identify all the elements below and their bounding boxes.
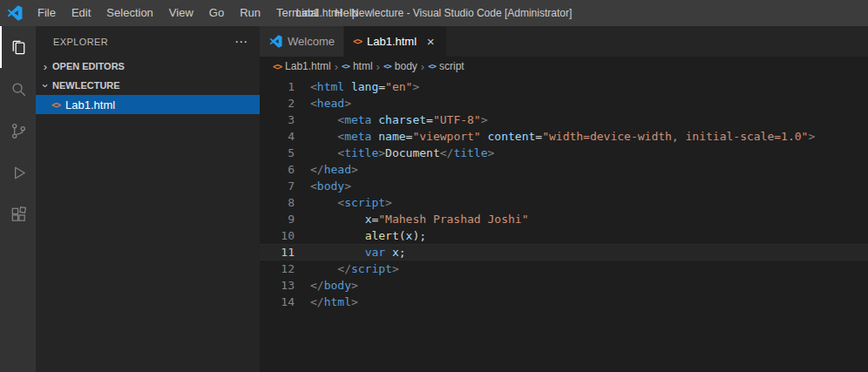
code-line-4[interactable]: 4 <meta name="viewport" content="width=d…	[260, 128, 868, 145]
code-line-7[interactable]: 7<body>	[260, 178, 868, 194]
breadcrumb-item-html[interactable]: <>html	[342, 60, 373, 72]
line-number: 10	[260, 227, 295, 244]
code-line-3[interactable]: 3 <meta charset="UTF-8">	[260, 112, 868, 128]
breadcrumb-item-script[interactable]: <>script	[428, 60, 465, 72]
code-line-1[interactable]: 1<html lang="en">	[260, 78, 868, 95]
menu-help[interactable]: Help	[327, 0, 366, 26]
line-content: </html>	[295, 294, 358, 310]
line-number: 4	[260, 128, 295, 145]
line-number: 11	[260, 244, 295, 260]
code-line-12[interactable]: 12 </script>	[260, 260, 868, 277]
activity-item-run-debug[interactable]	[0, 152, 36, 193]
code-area[interactable]: 1<html lang="en">2<head>3 <meta charset=…	[260, 76, 868, 372]
line-number: 12	[260, 260, 295, 277]
line-number: 6	[260, 161, 295, 178]
files-icon	[9, 37, 29, 57]
line-number: 14	[260, 294, 295, 310]
line-number: 9	[260, 211, 295, 227]
breadcrumb-label: html	[353, 60, 373, 72]
line-content: <html lang="en">	[295, 78, 419, 95]
code-line-11[interactable]: 11 var x;	[260, 244, 868, 260]
line-content: var x;	[295, 244, 406, 260]
code-line-14[interactable]: 14</html>	[260, 294, 868, 310]
breadcrumb: <>Lab1.html›<>html›<>body›<>script	[260, 57, 868, 76]
search-icon	[9, 79, 29, 99]
breadcrumb-item-lab1-html[interactable]: <>Lab1.html	[273, 60, 331, 72]
symbol-icon: <>	[428, 62, 436, 71]
breadcrumb-item-body[interactable]: <>body	[383, 60, 417, 72]
menu-terminal[interactable]: Terminal	[268, 0, 327, 26]
activity-item-search[interactable]	[0, 68, 36, 110]
run-debug-icon	[9, 163, 29, 183]
line-number: 13	[260, 277, 295, 294]
line-content: x="Mahesh Prashad Joshi"	[295, 211, 528, 227]
line-content: </script>	[295, 260, 399, 277]
tab-label: Lab1.html	[367, 35, 417, 48]
tab-welcome[interactable]: Welcome	[260, 26, 344, 57]
breadcrumb-separator-icon: ›	[331, 60, 342, 73]
line-content: <body>	[295, 178, 351, 194]
line-content: <head>	[295, 95, 351, 112]
activity-item-source-control[interactable]	[0, 110, 36, 152]
vscode-logo-icon	[7, 5, 23, 21]
editor-group: Welcome <> Lab1.html × <>Lab1.html›<>htm…	[260, 26, 868, 372]
line-content: <meta name="viewport" content="width=dev…	[295, 128, 815, 145]
menu-go[interactable]: Go	[201, 0, 232, 26]
folder-section-newlecture[interactable]: › NEWLECTURE	[36, 76, 260, 95]
line-number: 5	[260, 145, 295, 161]
code-line-6[interactable]: 6</head>	[260, 161, 868, 178]
breadcrumb-separator-icon: ›	[417, 60, 428, 73]
menu-edit[interactable]: Edit	[64, 0, 98, 26]
close-icon[interactable]: ×	[424, 34, 437, 49]
open-editors-label: OPEN EDITORS	[52, 61, 125, 71]
line-content: <script>	[295, 194, 392, 211]
chevron-down-icon: ›	[39, 78, 52, 92]
symbol-icon: <>	[383, 62, 391, 71]
code-line-8[interactable]: 8 <script>	[260, 194, 868, 211]
line-content: </head>	[295, 161, 358, 178]
extensions-icon	[9, 205, 29, 225]
breadcrumb-label: Lab1.html	[285, 60, 331, 72]
source-control-icon	[9, 121, 29, 141]
sidebar-header: EXPLORER ⋯	[36, 26, 260, 57]
line-content: <meta charset="UTF-8">	[295, 112, 488, 128]
code-line-13[interactable]: 13</body>	[260, 277, 868, 294]
line-number: 3	[260, 112, 295, 128]
code-line-10[interactable]: 10 alert(x);	[260, 227, 868, 244]
code-line-2[interactable]: 2<head>	[260, 95, 868, 112]
breadcrumb-separator-icon: ›	[373, 60, 383, 73]
breadcrumb-label: script	[439, 60, 465, 72]
menu-bar: FileEditSelectionViewGoRunTerminalHelp	[30, 0, 366, 26]
main-area: EXPLORER ⋯ › OPEN EDITORS › NEWLECTURE <…	[0, 26, 868, 372]
vscode-logo-icon	[268, 35, 282, 49]
symbol-icon: <>	[342, 62, 349, 71]
menu-selection[interactable]: Selection	[98, 0, 160, 26]
activity-item-explorer[interactable]	[0, 26, 36, 68]
more-actions-icon[interactable]: ⋯	[234, 34, 248, 50]
file-item-lab1[interactable]: <> Lab1.html	[36, 95, 260, 114]
menu-view[interactable]: View	[161, 0, 201, 26]
line-number: 1	[260, 78, 295, 95]
breadcrumb-label: body	[395, 60, 417, 72]
folder-label: NEWLECTURE	[52, 80, 120, 91]
tab-lab1[interactable]: <> Lab1.html ×	[344, 26, 447, 57]
file-label: Lab1.html	[65, 98, 115, 112]
html-file-icon: <>	[273, 62, 281, 71]
line-number: 7	[260, 178, 295, 194]
title-bar: FileEditSelectionViewGoRunTerminalHelp L…	[0, 0, 868, 26]
html-file-icon: <>	[51, 100, 60, 110]
menu-run[interactable]: Run	[232, 0, 268, 26]
code-line-9[interactable]: 9 x="Mahesh Prashad Joshi"	[260, 211, 868, 227]
tab-bar: Welcome <> Lab1.html ×	[260, 26, 868, 57]
html-file-icon: <>	[353, 37, 362, 46]
code-line-5[interactable]: 5 <title>Document</title>	[260, 145, 868, 161]
line-number: 8	[260, 194, 295, 211]
activity-item-extensions[interactable]	[0, 193, 36, 235]
line-number: 2	[260, 95, 295, 112]
menu-file[interactable]: File	[30, 0, 64, 26]
open-editors-section[interactable]: › OPEN EDITORS	[36, 57, 260, 76]
chevron-right-icon: ›	[38, 60, 52, 73]
line-content: </body>	[295, 277, 358, 294]
sidebar-title: EXPLORER	[53, 37, 108, 47]
line-content: alert(x);	[295, 227, 426, 244]
